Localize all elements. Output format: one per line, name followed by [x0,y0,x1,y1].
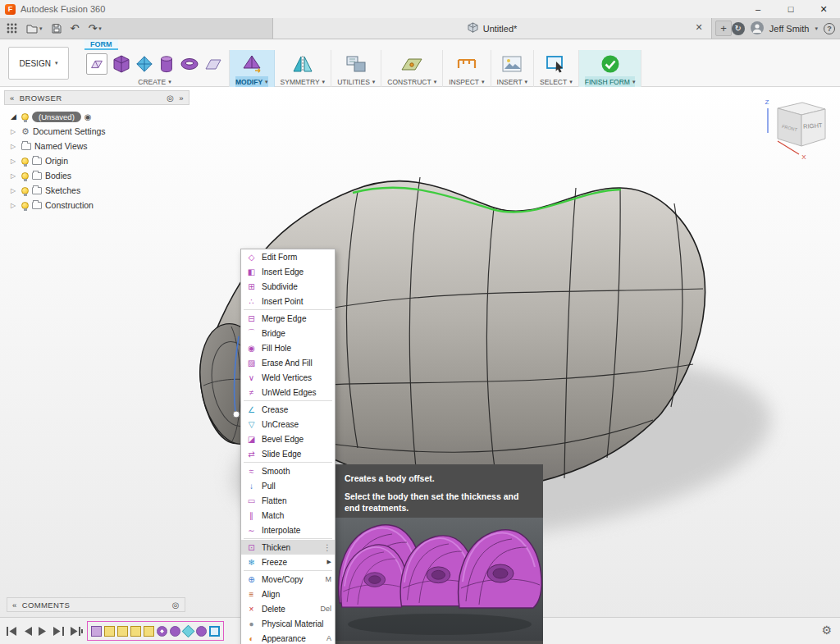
help-icon[interactable]: ? [824,23,835,34]
visibility-bulb-icon[interactable] [21,113,29,121]
tree-item-origin[interactable]: ▷ Origin [4,153,189,168]
timeline-settings-gear-icon[interactable]: ⚙ [821,623,832,637]
create-group-label[interactable]: CREATE▾ [138,76,171,87]
collapse-panel-icon[interactable]: « [10,94,15,103]
drag-handle-icon[interactable]: ⋮ [323,543,331,552]
expand-arrow-icon[interactable]: ◢ [11,112,18,121]
undo-button[interactable]: ↶ [71,23,80,34]
timeline-feature-revolve[interactable] [196,626,207,637]
quadball-primitive-icon[interactable] [135,55,153,73]
avatar[interactable] [751,21,764,36]
collapsed-arrow-icon[interactable]: ▷ [11,172,18,180]
utilities-icon[interactable] [345,54,367,74]
finish-form-check-icon[interactable] [600,53,621,75]
browser-display-toggle-icon[interactable]: ◎ [167,94,174,103]
tab-form[interactable]: FORM [84,39,118,50]
modify-icon[interactable] [241,53,262,75]
maximize-button[interactable]: □ [774,0,807,18]
user-caret-icon[interactable]: ▾ [815,25,818,32]
close-button[interactable]: ✕ [807,0,840,18]
timeline-feature-sketch[interactable] [117,626,128,637]
user-name[interactable]: Jeff Smith [769,24,810,34]
menu-item-edit-form[interactable]: ◇Edit Form [241,249,335,264]
timeline-feature-selected[interactable] [209,626,220,637]
save-button[interactable] [52,24,62,34]
select-icon[interactable] [546,54,567,74]
modify-group-label[interactable]: MODIFY▾ [235,76,268,87]
menu-item-weld-vertices[interactable]: ∨Weld Vertices [241,370,335,385]
collapsed-arrow-icon[interactable]: ▷ [11,158,18,165]
construct-group-label[interactable]: CONSTRUCT▾ [387,76,436,87]
tree-item-named-views[interactable]: ▷ Named Views [4,139,189,153]
toolbar-group-finish-form[interactable]: FINISH FORM▾ [579,50,642,87]
finish-form-group-label[interactable]: FINISH FORM▾ [585,76,636,87]
timeline-feature-torus[interactable] [157,626,167,637]
box-primitive-icon[interactable] [112,54,131,74]
inspect-group-label[interactable]: INSPECT▾ [449,76,484,87]
menu-item-move-copy[interactable]: ⊕Move/CopyM [241,572,335,587]
menu-item-match[interactable]: ∥Match [241,508,335,523]
toolbar-group-modify[interactable]: MODIFY▾ [230,50,275,87]
redo-button[interactable]: ↷▾ [88,23,101,34]
menu-item-merge-edge[interactable]: ⊟Merge Edge [241,311,335,326]
menu-item-erase-and-fill[interactable]: ▨Erase And Fill [241,355,335,370]
comments-toggle-icon[interactable]: ◎ [172,601,180,610]
menu-item-slide-edge[interactable]: ⇄Slide Edge [241,446,335,461]
insert-group-label[interactable]: INSERT▾ [497,76,528,87]
visibility-bulb-icon[interactable] [21,172,29,180]
collapsed-arrow-icon[interactable]: ▷ [11,202,18,209]
visibility-bulb-icon[interactable] [21,187,29,194]
select-group-label[interactable]: SELECT▾ [540,76,573,87]
menu-item-align[interactable]: ≡Align [241,587,335,601]
menu-item-pull[interactable]: ↓Pull [241,478,335,493]
utilities-group-label[interactable]: UTILITIES▾ [337,76,375,87]
tab-close-icon[interactable]: ✕ [693,22,705,33]
menu-item-unweld-edges[interactable]: ≠UnWeld Edges [241,385,335,400]
menu-item-delete[interactable]: ×DeleteDel [241,601,335,616]
step-forward-icon[interactable] [53,624,64,639]
viewcube[interactable]: FRONT RIGHT Z X [756,95,832,167]
browser-expand-icon[interactable]: » [179,94,184,103]
timeline-feature-quadball[interactable] [182,624,195,637]
comments-header[interactable]: « COMMENTS ◎ [7,597,185,612]
tree-item-document-settings[interactable]: ▷ ⚙ Document Settings [4,124,189,139]
menu-item-insert-edge[interactable]: ◧Insert Edge [241,264,335,279]
tree-item-construction[interactable]: ▷ Construction [4,198,189,212]
menu-item-freeze[interactable]: ❄Freeze▶ [241,555,335,569]
menu-item-appearance[interactable]: ◐AppearanceA [241,631,335,644]
menu-item-interpolate[interactable]: ∼Interpolate [241,523,335,537]
edge-handle[interactable] [233,411,240,418]
timeline-feature-sketch[interactable] [130,626,141,637]
menu-item-crease[interactable]: ∠Crease [241,402,335,417]
timeline-feature-sphere[interactable] [170,626,180,637]
browser-header[interactable]: « BROWSER ◎ » [4,90,189,105]
menu-item-uncrease[interactable]: ▽UnCrease [241,417,335,432]
visibility-bulb-icon[interactable] [21,158,29,165]
timeline-feature-sketch[interactable] [104,626,115,637]
create-form-icon[interactable] [86,53,107,75]
new-tab-button[interactable]: + [715,21,732,36]
workspace-selector[interactable]: DESIGN ▾ [8,47,69,80]
torus-primitive-icon[interactable] [180,56,199,72]
cylinder-primitive-icon[interactable] [158,54,176,74]
menu-item-fill-hole[interactable]: ◉Fill Hole [241,340,335,355]
menu-item-subdivide[interactable]: ⊞Subdivide [241,279,335,294]
menu-item-bevel-edge[interactable]: ◪Bevel Edge [241,432,335,446]
timeline-feature-form[interactable] [91,626,102,637]
collapsed-arrow-icon[interactable]: ▷ [11,128,18,135]
inspect-icon[interactable] [456,55,477,73]
collapsed-arrow-icon[interactable]: ▷ [11,187,18,194]
menu-item-smooth[interactable]: ≈Smooth [241,464,335,478]
play-icon[interactable] [39,624,47,639]
app-grid-icon[interactable] [7,23,17,34]
skip-to-end-icon[interactable] [71,624,83,639]
menu-item-bridge[interactable]: ⌒Bridge [241,326,335,340]
collapse-panel-icon[interactable]: « [12,601,17,610]
tree-item-sketches[interactable]: ▷ Sketches [4,183,189,198]
insert-icon[interactable] [501,55,523,73]
menu-item-flatten[interactable]: ▭Flatten [241,493,335,508]
minimize-button[interactable]: – [742,0,774,18]
menu-item-physical-material[interactable]: ●Physical Material [241,616,335,631]
tree-root-row[interactable]: ◢ (Unsaved) ◉ [4,109,189,124]
step-back-icon[interactable] [24,624,32,639]
